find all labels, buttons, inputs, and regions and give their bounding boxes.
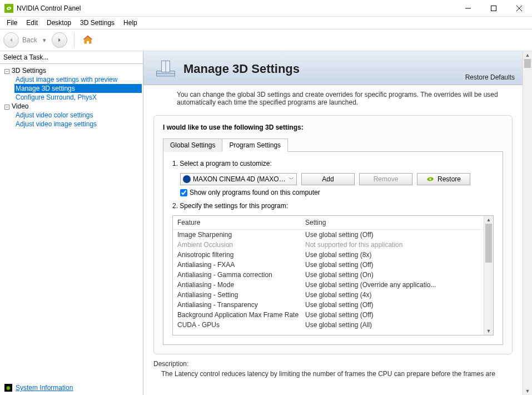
setting-cell[interactable]: Use global setting (On)	[305, 271, 479, 279]
grid-row[interactable]: Background Application Max Frame RateUse…	[173, 310, 484, 320]
back-button[interactable]	[3, 32, 19, 48]
menu-help[interactable]: Help	[119, 18, 142, 28]
step-2-label: 2. Specify the settings for this program…	[172, 202, 494, 210]
close-button[interactable]	[506, 0, 532, 17]
scroll-up-icon[interactable]: ▲	[484, 216, 493, 224]
menubar: File Edit Desktop 3D Settings Help	[0, 17, 532, 29]
restore-defaults-link[interactable]: Restore Defaults	[465, 73, 515, 81]
setting-cell[interactable]: Use global setting (8x)	[305, 251, 479, 259]
menu-file[interactable]: File	[2, 18, 22, 28]
restore-button-label: Restore	[437, 175, 461, 183]
forward-button[interactable]	[52, 32, 67, 48]
toolbar: Back ▼	[0, 29, 532, 51]
show-only-checkbox-input[interactable]	[180, 189, 187, 196]
grid-row[interactable]: Ambient OcclusionNot supported for this …	[173, 240, 484, 250]
scroll-down-icon[interactable]: ▼	[484, 327, 493, 335]
system-information-label: System Information	[16, 384, 73, 392]
system-information-link[interactable]: ◉ System Information	[0, 381, 143, 395]
setting-cell[interactable]: Not supported for this application	[305, 241, 479, 249]
grid-row[interactable]: Antialiasing - FXAAUse global setting (O…	[173, 260, 484, 270]
feature-cell: Antialiasing - Transparency	[177, 301, 305, 309]
description-text: The Latency control reduces latency by l…	[153, 370, 513, 378]
add-button[interactable]: Add	[301, 173, 355, 185]
svg-point-0	[8, 7, 10, 9]
grid-row[interactable]: CUDA - GPUsUse global setting (All)	[173, 320, 484, 330]
tree-item-adjust-image[interactable]: Adjust image settings with preview	[14, 75, 142, 84]
restore-button[interactable]: Restore	[417, 173, 470, 185]
add-button-label: Add	[322, 175, 334, 183]
scroll-down-icon[interactable]: ▼	[523, 387, 532, 395]
tree-collapse-icon[interactable]: −	[4, 105, 9, 110]
description-section: Description: The Latency control reduces…	[143, 354, 523, 378]
program-select[interactable]: MAXON CINEMA 4D (MAXON CI... ﹀	[180, 173, 297, 185]
remove-button-label: Remove	[374, 175, 399, 183]
grid-row[interactable]: Antialiasing - SettingUse global setting…	[173, 290, 484, 300]
col-setting-header[interactable]: Setting	[301, 216, 484, 229]
tree-collapse-icon[interactable]: −	[4, 69, 9, 74]
setting-cell[interactable]: Use global setting (Off)	[305, 261, 479, 269]
program-select-value: MAXON CINEMA 4D (MAXON CI...	[193, 175, 286, 183]
sidebar: Select a Task... −3D Settings Adjust ima…	[0, 51, 143, 395]
window-title: NVIDIA Control Panel	[17, 4, 455, 12]
col-feature-header[interactable]: Feature	[173, 216, 301, 229]
panel-title: I would like to use the following 3D set…	[163, 124, 503, 131]
grid-scrollbar[interactable]: ▲ ▼	[484, 216, 493, 335]
step-1-label: 1. Select a program to customize:	[172, 160, 494, 167]
grid-row[interactable]: Antialiasing - ModeUse global setting (O…	[173, 280, 484, 290]
feature-cell: Background Application Max Frame Rate	[177, 311, 305, 319]
maximize-button[interactable]	[481, 0, 506, 17]
setting-cell[interactable]: Use global setting (All)	[305, 321, 479, 329]
setting-cell[interactable]: Use global setting (Off)	[305, 311, 479, 319]
tree-cat-label: Video	[12, 102, 28, 110]
menu-desktop[interactable]: Desktop	[42, 18, 76, 28]
settings-grid: Feature Setting Image SharpeningUse glob…	[172, 215, 494, 335]
setting-cell[interactable]: Use global setting (Off)	[305, 301, 479, 309]
home-button[interactable]	[81, 33, 95, 47]
feature-cell: CUDA - GPUs	[177, 321, 305, 329]
tree-item-manage-3d[interactable]: Manage 3D settings	[14, 84, 142, 93]
feature-cell: Antialiasing - Mode	[177, 281, 305, 289]
svg-point-9	[429, 178, 431, 180]
menu-edit[interactable]: Edit	[22, 18, 42, 28]
feature-cell: Anisotropic filtering	[177, 251, 305, 259]
scroll-thumb[interactable]	[524, 59, 531, 68]
back-dropdown-icon[interactable]: ▼	[42, 37, 47, 43]
tab-body: 1. Select a program to customize: MAXON …	[163, 152, 503, 345]
nvidia-logo-icon	[426, 176, 434, 182]
page-header: Manage 3D Settings Restore Defaults	[143, 51, 523, 85]
grid-row[interactable]: Antialiasing - TransparencyUse global se…	[173, 300, 484, 310]
tree-item-video-image[interactable]: Adjust video image settings	[14, 120, 142, 129]
tree-item-configure-surround[interactable]: Configure Surround, PhysX	[14, 93, 142, 102]
main-content: Manage 3D Settings Restore Defaults You …	[143, 51, 523, 395]
feature-cell: Image Sharpening	[177, 231, 305, 239]
grid-row[interactable]: Anisotropic filteringUse global setting …	[173, 250, 484, 260]
tabs: Global Settings Program Settings	[163, 138, 503, 152]
grid-row[interactable]: Antialiasing - Gamma correctionUse globa…	[173, 270, 484, 280]
show-only-checkbox[interactable]: Show only programs found on this compute…	[180, 189, 494, 196]
tree-cat-video[interactable]: −Video	[1, 102, 142, 111]
setting-cell[interactable]: Use global setting (Off)	[305, 231, 479, 239]
titlebar: NVIDIA Control Panel	[0, 0, 532, 17]
setting-cell[interactable]: Use global setting (4x)	[305, 291, 479, 299]
menu-3d-settings[interactable]: 3D Settings	[76, 18, 119, 28]
chevron-down-icon: ﹀	[289, 175, 294, 183]
remove-button: Remove	[359, 173, 412, 185]
scroll-thumb[interactable]	[485, 224, 492, 263]
program-icon	[183, 175, 191, 183]
tab-program-settings[interactable]: Program Settings	[222, 139, 288, 152]
settings-panel: I would like to use the following 3D set…	[153, 115, 513, 354]
feature-cell: Ambient Occlusion	[177, 241, 305, 249]
tree-cat-label: 3D Settings	[12, 67, 46, 75]
tree-item-video-color[interactable]: Adjust video color settings	[14, 111, 142, 120]
page-title: Manage 3D Settings	[183, 62, 300, 76]
main-scrollbar[interactable]: ▲ ▼	[523, 51, 532, 395]
task-tree: −3D Settings Adjust image settings with …	[0, 64, 143, 381]
tab-global-settings[interactable]: Global Settings	[163, 139, 222, 152]
grid-row[interactable]: Image SharpeningUse global setting (Off)	[173, 230, 484, 240]
scroll-up-icon[interactable]: ▲	[523, 51, 532, 59]
sidebar-header: Select a Task...	[0, 51, 143, 64]
setting-cell[interactable]: Use global setting (Override any applica…	[305, 281, 479, 289]
minimize-button[interactable]	[455, 0, 481, 17]
tree-cat-3d-settings[interactable]: −3D Settings	[1, 66, 142, 75]
feature-cell: Antialiasing - Gamma correction	[177, 271, 305, 279]
